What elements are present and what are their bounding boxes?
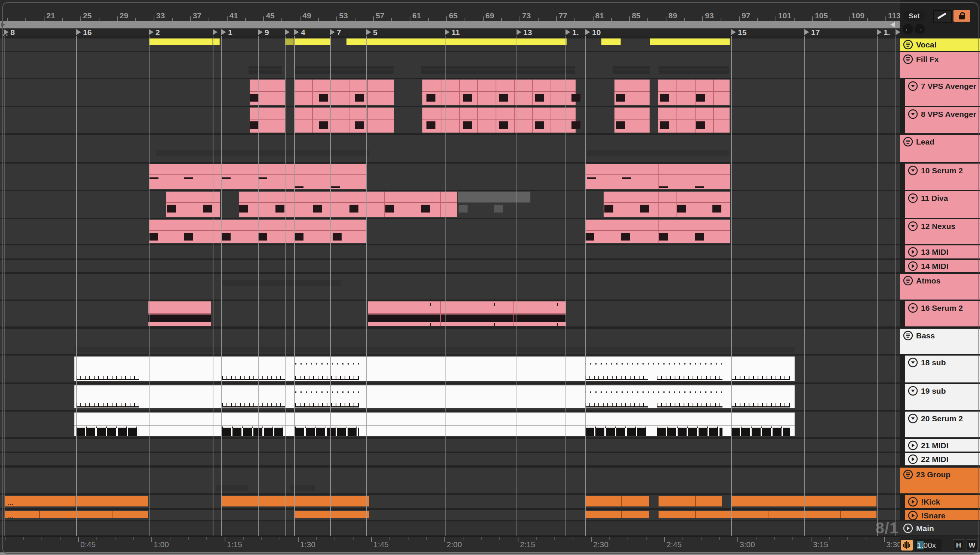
midi-clip[interactable]	[658, 80, 730, 105]
audition-waveform-button[interactable]	[901, 540, 913, 550]
midi-clip[interactable]	[249, 80, 285, 105]
group-fold-icon[interactable]	[903, 330, 913, 341]
track-fold-icon[interactable]	[908, 303, 918, 313]
drum-clip[interactable]: ...	[5, 496, 148, 507]
muted-clip-bar[interactable]	[421, 66, 575, 69]
muted-clip-bar[interactable]	[249, 66, 282, 69]
forward-arrow-button[interactable]: →	[915, 24, 925, 34]
locator-row[interactable]: 81621947511131.1015171.	[0, 28, 900, 36]
lane-23-group[interactable]	[0, 468, 900, 493]
locator-marker[interactable]	[330, 29, 335, 35]
lane-main[interactable]	[0, 521, 900, 535]
audio-clip-sub[interactable]	[74, 356, 795, 381]
set-locator-button[interactable]: Set	[903, 11, 925, 21]
track-header-18-sub[interactable]: 18 sub	[905, 356, 980, 382]
locator-marker[interactable]	[366, 29, 371, 35]
faint-clip-bar[interactable]	[74, 346, 795, 353]
group-fold-icon[interactable]	[903, 40, 913, 50]
track-header-7-vps-avenger[interactable]: 7 VPS Avenger	[905, 79, 980, 106]
midi-clip[interactable]	[585, 220, 730, 243]
track-fold-icon[interactable]	[908, 81, 918, 91]
drum-clip[interactable]: ...	[5, 511, 148, 518]
back-arrow-button[interactable]: ←	[903, 24, 913, 34]
drum-clip[interactable]	[731, 496, 877, 507]
arrangement-canvas[interactable]: ......	[0, 36, 900, 536]
faint-clip-bar[interactable]	[216, 485, 248, 491]
clip-vocal[interactable]	[346, 38, 567, 45]
lane-lead[interactable]	[0, 135, 900, 162]
muted-clip-bar[interactable]	[249, 70, 282, 74]
track-header-13-midi[interactable]: 13 MIDI	[905, 245, 980, 258]
locator-marker[interactable]	[221, 29, 226, 35]
lane-7-vps-avenger[interactable]	[0, 79, 900, 106]
drum-clip[interactable]	[585, 496, 649, 507]
muted-clip-bar[interactable]	[658, 70, 729, 74]
midi-clip[interactable]	[658, 107, 730, 133]
faint-clip-bar[interactable]	[222, 280, 341, 286]
lane-8-vps-avenger[interactable]	[0, 107, 900, 133]
track-header-bass[interactable]: Bass	[900, 329, 980, 354]
midi-clip[interactable]	[422, 80, 576, 105]
midi-clip[interactable]	[615, 107, 650, 133]
track-header-23-group[interactable]: 23 Group	[900, 468, 980, 493]
track-header-8-vps-avenger[interactable]: 8 VPS Avenger	[905, 107, 980, 133]
track-fold-icon[interactable]	[908, 358, 918, 367]
locator-marker[interactable]	[285, 29, 290, 35]
drum-clip[interactable]	[585, 511, 649, 518]
faint-clip-bar[interactable]	[156, 150, 369, 156]
midi-clip[interactable]	[249, 107, 285, 133]
track-header-12-nexus[interactable]: 12 Nexus	[905, 219, 980, 244]
audio-clip-sub[interactable]	[74, 385, 795, 408]
lane-vocal[interactable]	[0, 38, 900, 51]
width-zoom-button[interactable]: W	[967, 539, 977, 551]
track-play-icon[interactable]	[908, 497, 918, 507]
muted-clip-bar[interactable]	[658, 66, 729, 69]
track-play-icon[interactable]	[908, 454, 918, 464]
track-play-icon[interactable]	[908, 510, 918, 520]
track-header-atmos[interactable]: Atmos	[900, 274, 980, 300]
track-fold-icon[interactable]	[908, 386, 918, 396]
midi-clip[interactable]	[458, 192, 530, 217]
clip-vocal[interactable]	[650, 38, 731, 45]
midi-clip[interactable]	[166, 192, 220, 217]
track-header-20-serum-2[interactable]: 20 Serum 2	[905, 412, 980, 437]
midi-clip[interactable]	[585, 164, 730, 189]
track-header-11-diva[interactable]: 11 Diva	[905, 191, 980, 218]
muted-clip-bar[interactable]	[295, 70, 394, 74]
lane-fill-fx[interactable]	[0, 52, 900, 78]
lane-12-nexus[interactable]	[0, 219, 900, 244]
track-header-main[interactable]: Main	[900, 521, 980, 535]
locator-marker[interactable]	[585, 29, 590, 35]
locator-marker[interactable]	[212, 29, 217, 35]
midi-clip[interactable]	[294, 80, 394, 105]
track-header-vocal[interactable]: Vocal	[900, 38, 980, 51]
locator-marker[interactable]	[149, 29, 154, 35]
clip-vocal[interactable]	[294, 38, 331, 45]
group-fold-icon[interactable]	[903, 54, 913, 64]
track-header--kick[interactable]: !Kick	[905, 495, 980, 508]
drum-clip[interactable]	[658, 496, 722, 507]
midi-clip[interactable]	[422, 107, 576, 133]
clip-vocal[interactable]	[601, 38, 621, 45]
locator-marker[interactable]	[805, 29, 809, 35]
track-fold-icon[interactable]	[908, 221, 918, 231]
track-header-14-midi[interactable]: 14 MIDI	[905, 260, 980, 272]
locator-marker[interactable]	[731, 29, 736, 35]
midi-clip[interactable]	[149, 164, 366, 189]
clip-vocal[interactable]	[150, 38, 212, 45]
bar-number-ruler[interactable]: 2125293337414549535761656973778185899397…	[0, 5, 900, 21]
muted-clip-bar[interactable]	[295, 66, 394, 69]
track-fold-icon[interactable]	[908, 193, 918, 203]
track-header-19-sub[interactable]: 19 sub	[905, 384, 980, 410]
group-fold-icon[interactable]	[903, 470, 913, 480]
locator-marker[interactable]	[517, 29, 521, 35]
muted-clip-bar[interactable]	[613, 66, 650, 69]
lane-13-midi[interactable]	[0, 245, 900, 258]
locator-marker[interactable]	[445, 29, 450, 35]
lane-11-diva[interactable]	[0, 191, 900, 218]
audio-clip-serum[interactable]	[74, 412, 795, 436]
track-header-16-serum-2[interactable]: 16 Serum 2	[905, 301, 980, 326]
track-header--snare[interactable]: !Snare	[905, 510, 980, 520]
drum-clip[interactable]	[221, 496, 369, 507]
track-header-21-midi[interactable]: 21 MIDI	[905, 439, 980, 452]
